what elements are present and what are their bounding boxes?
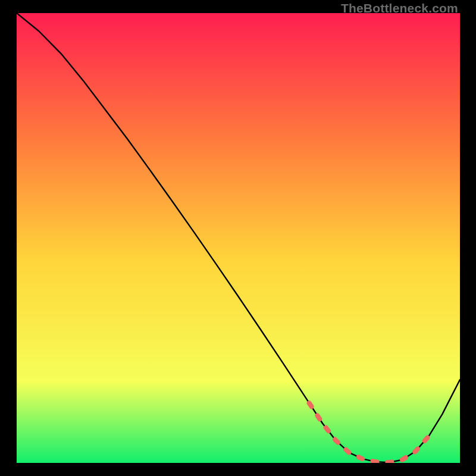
chart-container: TheBottleneck.com	[0, 0, 476, 476]
plot-area	[17, 13, 460, 463]
chart-svg	[17, 13, 460, 463]
